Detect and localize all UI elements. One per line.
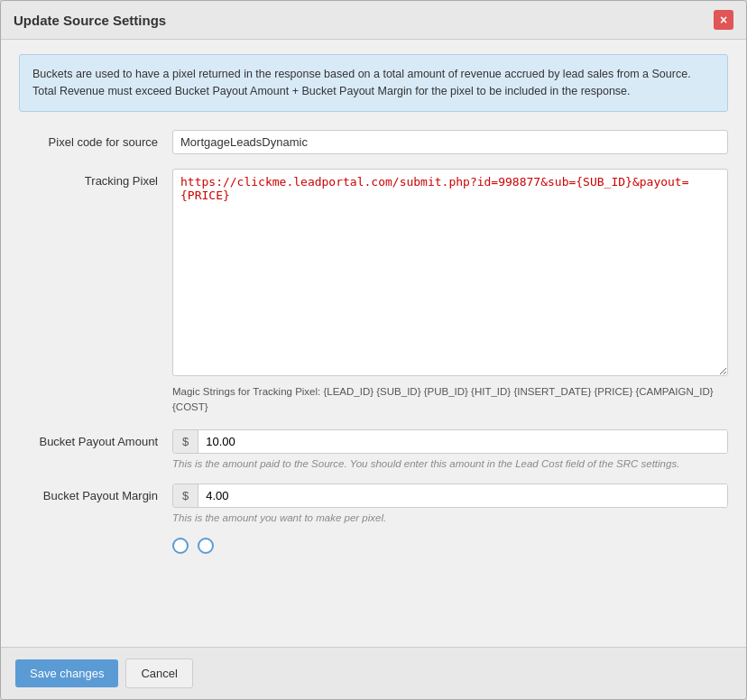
dialog-footer: Save changes Cancel [1, 647, 746, 699]
bucket-payout-margin-help: This is the amount you want to make per … [172, 512, 728, 523]
dialog-header: Update Source Settings × [1, 1, 746, 40]
bucket-payout-margin-input[interactable] [198, 484, 727, 507]
pixel-code-control [172, 130, 728, 154]
close-button[interactable]: × [714, 10, 733, 30]
bucket-payout-margin-row: Bucket Payout Margin $ This is the amoun… [19, 484, 728, 523]
dialog-body: Buckets are used to have a pixel returne… [1, 40, 746, 647]
partial-label [19, 545, 172, 550]
bucket-payout-margin-prefix: $ [173, 484, 198, 507]
bucket-payout-margin-input-group: $ [172, 484, 728, 508]
info-box-text: Buckets are used to have a pixel returne… [32, 68, 691, 97]
partial-row [19, 538, 728, 557]
pixel-code-row: Pixel code for source [19, 130, 728, 154]
bucket-payout-amount-row: Bucket Payout Amount $ This is the amoun… [19, 429, 728, 469]
bucket-payout-amount-help: This is the amount paid to the Source. Y… [172, 458, 728, 469]
tracking-pixel-label: Tracking Pixel [19, 169, 172, 188]
bucket-payout-amount-label: Bucket Payout Amount [19, 429, 172, 448]
pixel-code-input[interactable] [172, 130, 728, 154]
bucket-payout-margin-label: Bucket Payout Margin [19, 484, 172, 502]
tracking-pixel-textarea[interactable]: https://clickme.leadportal.com/submit.ph… [172, 169, 728, 376]
tracking-pixel-control: https://clickme.leadportal.com/submit.ph… [172, 169, 728, 416]
radio-option-1[interactable] [172, 538, 189, 554]
pixel-code-label: Pixel code for source [19, 130, 172, 149]
bucket-payout-amount-control: $ This is the amount paid to the Source.… [172, 429, 728, 469]
update-source-settings-dialog: Update Source Settings × Buckets are use… [0, 0, 747, 700]
magic-strings-text: Magic Strings for Tracking Pixel: {LEAD_… [172, 384, 728, 416]
info-box: Buckets are used to have a pixel returne… [19, 54, 728, 112]
bucket-payout-amount-input-group: $ [172, 429, 728, 454]
bucket-payout-amount-prefix: $ [173, 430, 198, 453]
radio-option-2[interactable] [198, 538, 214, 554]
bucket-payout-margin-control: $ This is the amount you want to make pe… [172, 484, 728, 523]
partial-control [172, 538, 728, 557]
dialog-title: Update Source Settings [14, 13, 166, 28]
cancel-button[interactable]: Cancel [125, 659, 192, 688]
bucket-payout-amount-input[interactable] [198, 430, 727, 453]
save-changes-button[interactable]: Save changes [15, 659, 118, 687]
tracking-pixel-row: Tracking Pixel https://clickme.leadporta… [19, 169, 728, 416]
